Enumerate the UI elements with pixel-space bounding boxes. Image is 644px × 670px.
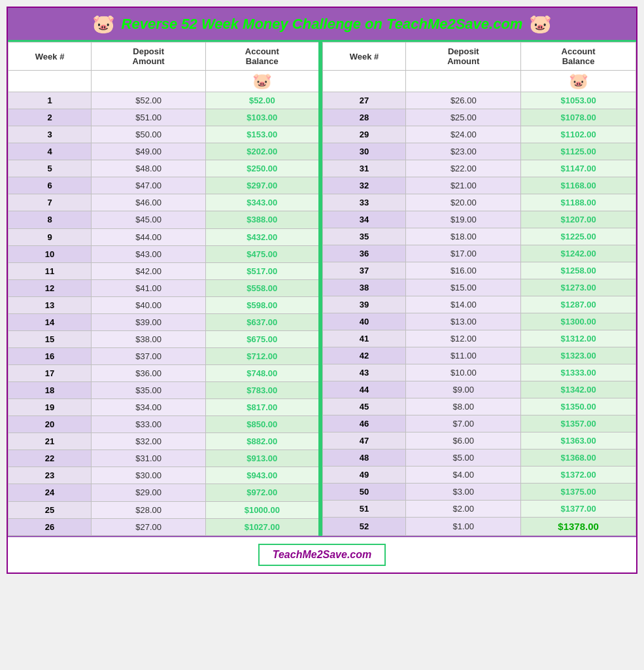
table-row: 17$36.00$748.00 [8, 365, 320, 382]
balance-cell: $712.00 [206, 347, 320, 364]
table-row: 23$30.00$943.00 [8, 467, 320, 484]
week-cell: 49 [322, 467, 406, 484]
balance-cell: $202.00 [206, 143, 320, 160]
balance-cell: $1168.00 [521, 177, 636, 194]
right-table: Week # DepositAmount AccountBalance 🐷 27… [322, 42, 637, 536]
balance-cell: $913.00 [206, 450, 320, 467]
table-row: 32$21.00$1168.00 [322, 177, 636, 194]
deposit-cell: $18.00 [406, 228, 521, 245]
pig-row-left: 🐷 [8, 71, 320, 92]
table-row: 5$48.00$250.00 [8, 160, 320, 177]
page-title: Reverse 52 Week Money Challenge on Teach… [122, 16, 523, 33]
balance-cell: $1078.00 [521, 109, 636, 126]
deposit-cell: $2.00 [406, 501, 521, 518]
table-row: 44$9.00$1342.00 [322, 381, 636, 398]
week-cell: 44 [322, 381, 406, 398]
balance-cell: $1242.00 [521, 245, 636, 262]
deposit-cell: $51.00 [92, 109, 206, 126]
deposit-cell: $4.00 [406, 467, 521, 484]
table-row: 27$26.00$1053.00 [322, 92, 636, 109]
deposit-cell: $40.00 [92, 296, 206, 313]
balance-cell: $52.00 [206, 92, 320, 109]
deposit-cell: $9.00 [406, 381, 521, 398]
right-deposit-header: DepositAmount [406, 43, 521, 71]
balance-cell: $297.00 [206, 177, 320, 194]
deposit-cell: $28.00 [92, 501, 206, 518]
table-row: 3$50.00$153.00 [8, 126, 320, 143]
deposit-cell: $17.00 [406, 245, 521, 262]
balance-cell: $1125.00 [521, 143, 636, 160]
deposit-cell: $29.00 [92, 484, 206, 501]
left-deposit-header: DepositAmount [92, 43, 206, 71]
week-cell: 32 [322, 177, 406, 194]
deposit-cell: $36.00 [92, 365, 206, 382]
table-row: 21$32.00$882.00 [8, 433, 320, 450]
table-row: 10$43.00$475.00 [8, 245, 320, 262]
week-cell: 30 [322, 143, 406, 160]
balance-cell: $1102.00 [521, 126, 636, 143]
balance-cell: $517.00 [206, 262, 320, 279]
table-row: 31$22.00$1147.00 [322, 160, 636, 177]
deposit-cell: $34.00 [92, 399, 206, 416]
table-row: 39$14.00$1287.00 [322, 296, 636, 313]
week-cell: 9 [8, 228, 92, 245]
week-cell: 34 [322, 211, 406, 228]
left-balance-pig-cell: 🐷 [206, 71, 320, 92]
balance-cell: $1287.00 [521, 296, 636, 313]
table-row: 26$27.00$1027.00 [8, 518, 320, 535]
week-cell: 8 [8, 211, 92, 228]
balance-cell: $972.00 [206, 484, 320, 501]
table-row: 9$44.00$432.00 [8, 228, 320, 245]
deposit-cell: $41.00 [92, 279, 206, 296]
page-header: 🐷 Reverse 52 Week Money Challenge on Tea… [8, 8, 636, 42]
footer-section: TeachMe2Save.com [8, 536, 636, 573]
table-row: 7$46.00$343.00 [8, 194, 320, 211]
table-row: 8$45.00$388.00 [8, 211, 320, 228]
balance-cell: $1323.00 [521, 347, 636, 364]
table-row: 11$42.00$517.00 [8, 262, 320, 279]
balance-cell: $1375.00 [521, 484, 636, 501]
pig-icon-left: 🐷 [92, 13, 115, 35]
week-cell: 33 [322, 194, 406, 211]
week-cell: 39 [322, 296, 406, 313]
week-cell: 28 [322, 109, 406, 126]
balance-cell: $1000.00 [206, 501, 320, 518]
deposit-cell: $13.00 [406, 313, 521, 330]
table-row: 25$28.00$1000.00 [8, 501, 320, 518]
balance-cell: $1357.00 [521, 415, 636, 432]
table-row: 22$31.00$913.00 [8, 450, 320, 467]
table-row: 18$35.00$783.00 [8, 382, 320, 399]
deposit-cell: $39.00 [92, 313, 206, 330]
right-deposit-pig-cell [406, 71, 521, 92]
table-row: 1$52.00$52.00 [8, 92, 320, 109]
balance-cell: $1027.00 [206, 518, 320, 535]
table-row: 37$16.00$1258.00 [322, 262, 636, 279]
table-row: 15$38.00$675.00 [8, 330, 320, 347]
table-wrapper: Week # DepositAmount AccountBalance 🐷 1$… [8, 42, 636, 536]
left-week-header: Week # [8, 43, 92, 71]
deposit-cell: $43.00 [92, 245, 206, 262]
table-row: 16$37.00$712.00 [8, 347, 320, 364]
balance-cell: $388.00 [206, 211, 320, 228]
balance-cell: $1333.00 [521, 364, 636, 381]
week-cell: 51 [322, 501, 406, 518]
deposit-cell: $45.00 [92, 211, 206, 228]
deposit-cell: $3.00 [406, 484, 521, 501]
week-cell: 13 [8, 296, 92, 313]
week-cell: 2 [8, 109, 92, 126]
week-cell: 41 [322, 330, 406, 347]
deposit-cell: $48.00 [92, 160, 206, 177]
footer-website: TeachMe2Save.com [258, 544, 386, 566]
balance-cell: $103.00 [206, 109, 320, 126]
table-row: 47$6.00$1363.00 [322, 432, 636, 450]
balance-cell: $1147.00 [521, 160, 636, 177]
balance-cell: $783.00 [206, 382, 320, 399]
table-row: 51$2.00$1377.00 [322, 501, 636, 518]
balance-cell: $558.00 [206, 279, 320, 296]
deposit-cell: $6.00 [406, 432, 521, 450]
week-cell: 45 [322, 398, 406, 415]
deposit-cell: $50.00 [92, 126, 206, 143]
deposit-cell: $44.00 [92, 228, 206, 245]
week-cell: 24 [8, 484, 92, 501]
balance-cell: $1312.00 [521, 330, 636, 347]
